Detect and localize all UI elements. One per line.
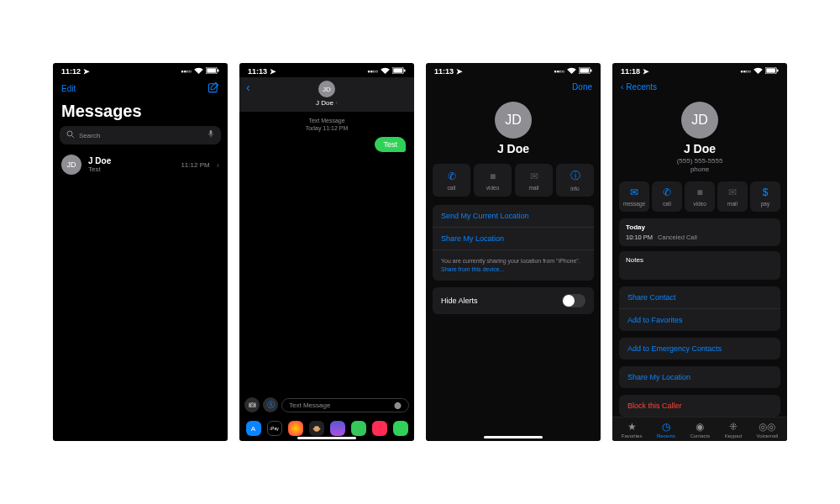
share-location-button[interactable]: Share My Location	[433, 228, 594, 250]
mail-button[interactable]: ✉mail	[515, 164, 553, 197]
screen-conversation: 11:13 ➤ ▪▪▫▫ ‹ JD J Doe › Text Message T…	[239, 63, 414, 441]
phone-icon: ✆	[448, 171, 456, 182]
tab-voicemail[interactable]: ◎◎Voicemail	[757, 422, 779, 438]
contact-name[interactable]: J Doe ›	[246, 99, 407, 107]
video-button[interactable]: ■video	[685, 181, 715, 212]
thread-name: J Doe	[88, 156, 174, 165]
wifi-icon	[381, 67, 390, 76]
screen-messages-list: 11:12 ➤ ▪▪▫▫ Edit Messages Search JD J D…	[53, 63, 228, 441]
contact-name: J Doe	[612, 142, 787, 155]
location-icon: ➤	[270, 67, 276, 76]
add-favorites-button[interactable]: Add to Favorites	[619, 309, 780, 331]
mail-icon: ✉	[728, 186, 737, 198]
status-indicators: ▪▪▫▫	[181, 67, 219, 76]
app-memoji[interactable]	[330, 421, 345, 436]
svg-rect-16	[777, 70, 779, 72]
record-audio-icon[interactable]: ⬤	[394, 402, 402, 409]
svg-point-4	[67, 131, 72, 136]
search-input[interactable]: Search	[60, 126, 221, 144]
home-indicator[interactable]	[297, 437, 356, 439]
svg-line-5	[72, 136, 75, 139]
keypad-icon: ⁜	[729, 422, 738, 432]
call-button[interactable]: ✆call	[433, 164, 470, 197]
search-icon	[66, 130, 75, 140]
sent-message-bubble[interactable]: Test	[375, 137, 406, 152]
app-applepay[interactable]: Pay	[267, 421, 282, 436]
app-animoji[interactable]: 🐵	[309, 421, 324, 436]
back-button[interactable]: ‹Recents	[612, 77, 787, 97]
thread-time: 11:12 PM	[181, 161, 209, 169]
block-caller-button[interactable]: Block this Caller	[619, 395, 780, 417]
mail-icon: ✉	[530, 171, 538, 182]
location-icon: ➤	[643, 67, 649, 76]
info-icon: ⓘ	[570, 169, 580, 183]
edit-button[interactable]: Edit	[61, 84, 76, 93]
person-icon: ◉	[696, 422, 704, 432]
thread-preview: Test	[88, 165, 174, 173]
svg-rect-10	[404, 70, 406, 72]
call-log: Today 10:10 PMCanceled Call	[619, 218, 780, 246]
video-icon: ■	[490, 171, 496, 182]
video-icon: ■	[696, 186, 702, 198]
tab-favorites[interactable]: ★Favorites	[622, 422, 643, 438]
status-bar: 11:12 ➤ ▪▪▫▫	[53, 63, 228, 77]
clock-icon: ◷	[662, 422, 670, 432]
location-sharing-note: You are currently sharing your location …	[433, 250, 594, 281]
video-button[interactable]: ■video	[474, 164, 512, 197]
contact-phone: (555) 555-5555 phone	[612, 157, 787, 175]
battery-icon	[765, 67, 779, 76]
appstore-button[interactable]: Ⓐ	[263, 397, 278, 412]
home-indicator[interactable]	[484, 436, 543, 438]
pay-button[interactable]: $pay	[750, 181, 780, 212]
avatar: JD	[61, 155, 81, 175]
battery-icon	[579, 67, 592, 76]
done-button[interactable]: Done	[572, 82, 592, 92]
app-drawer: A Pay 🐵	[239, 421, 414, 436]
screen-recents-contact: 11:18 ➤ ▪▪▫▫ ‹Recents JD J Doe (555) 555…	[612, 63, 787, 441]
battery-icon	[392, 67, 406, 76]
status-bar: 11:18 ➤ ▪▪▫▫	[612, 63, 787, 77]
add-emergency-button[interactable]: Add to Emergency Contacts	[619, 338, 780, 360]
svg-rect-13	[591, 70, 592, 72]
tab-contacts[interactable]: ◉Contacts	[690, 422, 710, 438]
share-location-button[interactable]: Share My Location	[619, 366, 780, 388]
star-icon: ★	[627, 422, 637, 432]
mail-button[interactable]: ✉mail	[717, 181, 748, 212]
notes-field[interactable]: Notes	[619, 251, 780, 280]
status-time: 11:13 ➤	[248, 67, 276, 76]
app-photos[interactable]	[288, 421, 303, 436]
avatar[interactable]: JD	[318, 81, 335, 97]
app-music[interactable]	[372, 421, 387, 436]
message-button[interactable]: ✉message	[619, 181, 649, 212]
app-digital-touch[interactable]	[393, 421, 408, 436]
screen-contact-details: 11:13 ➤ ▪▪▫▫ Done JD J Doe ✆call ■video …	[426, 63, 601, 441]
appstore-icon: Ⓐ	[267, 400, 275, 411]
share-from-device-link[interactable]: Share from this device...	[441, 266, 504, 272]
action-buttons: ✉message ✆call ■video ✉mail $pay	[612, 181, 787, 212]
message-input[interactable]: Text Message ⬤	[281, 398, 409, 412]
battery-icon	[206, 67, 219, 76]
app-fitness[interactable]	[351, 421, 366, 436]
app-store[interactable]: A	[246, 421, 261, 436]
dictate-icon[interactable]	[207, 130, 214, 140]
signal-icon: ▪▪▫▫	[554, 67, 564, 76]
send-location-button[interactable]: Send My Current Location	[433, 205, 594, 228]
info-button[interactable]: ⓘinfo	[556, 164, 594, 197]
voicemail-icon: ◎◎	[759, 422, 775, 432]
camera-button[interactable]: 📷︎	[244, 397, 260, 412]
compose-icon[interactable]	[207, 81, 219, 96]
tab-keypad[interactable]: ⁜Keypad	[725, 422, 742, 438]
hide-alerts-toggle[interactable]	[562, 294, 585, 307]
tab-recents[interactable]: ◷Recents	[657, 422, 675, 438]
thread-row[interactable]: JD J Doe Test 11:12 PM ›	[53, 150, 228, 180]
svg-rect-15	[766, 68, 775, 72]
back-button[interactable]: ‹	[246, 81, 250, 94]
location-icon: ➤	[456, 67, 463, 76]
status-time: 11:18 ➤	[621, 67, 649, 76]
hide-alerts-row: Hide Alerts	[433, 287, 594, 314]
pay-icon: $	[763, 186, 769, 198]
call-button[interactable]: ✆call	[652, 181, 682, 212]
status-bar: 11:13 ➤ ▪▪▫▫	[426, 63, 601, 77]
avatar: JD	[495, 102, 532, 139]
share-contact-button[interactable]: Share Contact	[619, 286, 780, 309]
